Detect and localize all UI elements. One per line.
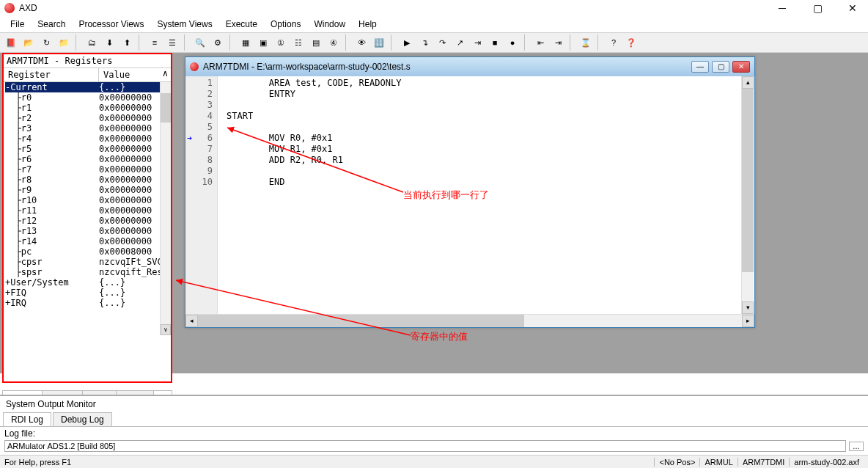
four-button[interactable]: ④ [326,34,342,51]
code-line[interactable]: MOV R0, #0x1 [227,133,754,144]
menu-execute[interactable]: Execute [220,18,263,31]
register-row[interactable]: ├cpsrnzcvqIFt_SVC [4,257,171,267]
menu-file[interactable]: File [4,18,30,31]
hourglass-button[interactable]: ⌛ [578,34,594,51]
book-button[interactable]: 📕 [3,34,19,51]
menu-search[interactable]: Search [32,18,71,31]
run-button[interactable]: ▶ [399,34,415,51]
code-window-titlebar[interactable]: ARM7TDMI - E:\arm-workspace\arm-study-00… [185,57,754,76]
registers-scrollbar[interactable]: ∨ [160,82,171,335]
register-row[interactable]: ├r100x00000000 [4,195,171,205]
vscroll-thumb[interactable] [742,89,754,272]
register-row[interactable]: +IRQ{...} [4,298,171,308]
scroll-right-icon[interactable]: ▸ [742,315,754,327]
context-help-button[interactable]: ❓ [623,34,639,51]
register-row[interactable]: +User/System{...} [4,277,171,288]
register-row[interactable]: ├r60x00000000 [4,154,171,164]
close-button[interactable]: ✕ [842,2,864,14]
stop-button[interactable]: ■ [487,34,503,51]
watch-button[interactable]: 👁 [353,34,369,51]
col-register[interactable]: Register [4,68,99,81]
logfile-browse-icon[interactable]: … [849,442,864,451]
refresh-button[interactable]: ↻ [38,34,54,51]
scroll-down-icon[interactable]: ∨ [161,324,171,335]
scroll-left-icon[interactable]: ◂ [185,315,198,327]
breakpoint-button[interactable]: ● [504,34,521,51]
maximize-button[interactable]: ▢ [806,2,828,14]
menu-window[interactable]: Window [308,18,351,31]
logfile-input[interactable] [4,440,846,452]
run-to-button[interactable]: ⇥ [469,34,485,51]
register-row[interactable]: ├r00x00000000 [4,92,171,103]
folder-open-button[interactable]: 📂 [21,34,37,51]
register-row[interactable]: ├r50x00000000 [4,144,171,154]
minimize-button[interactable]: ─ [771,2,793,14]
code-line[interactable] [227,122,754,133]
col-value[interactable]: Value [99,68,160,81]
menu-system-views[interactable]: System Views [152,18,218,31]
code-hscrollbar[interactable]: ◂ ▸ [185,314,754,327]
menu-options[interactable]: Options [265,18,306,31]
step-into-button[interactable]: ↴ [416,34,433,51]
list-button[interactable]: ☰ [164,34,180,51]
code-close-button[interactable]: ✕ [732,61,750,73]
arrow-left-button[interactable]: ⇤ [532,34,548,51]
help-button[interactable]: ? [606,34,622,51]
stack-button[interactable]: ☷ [290,34,306,51]
register-row[interactable]: -Current{...} [4,82,171,92]
arrow-right-button[interactable]: ⇥ [550,34,566,51]
line-number: 8 [187,155,213,166]
register-row[interactable]: ├r90x00000000 [4,185,171,195]
code-line[interactable]: AREA test, CODE, READONLY [227,78,754,89]
register-row[interactable]: ├pc0x00008000 [4,246,171,257]
register-row[interactable]: ├r30x00000000 [4,123,171,134]
code-line[interactable]: MOV R1, #0x1 [227,144,754,155]
step-over-button[interactable]: ↷ [434,34,450,51]
gear-button[interactable]: ⚙ [210,34,226,51]
register-row[interactable]: ├r40x00000000 [4,134,171,144]
code-maximize-button[interactable]: ▢ [712,61,729,73]
processor-button[interactable]: ▦ [238,34,254,51]
register-row[interactable]: ├r80x00000000 [4,175,171,185]
code-line[interactable]: END [227,177,754,188]
code-line[interactable] [227,100,754,111]
scroll-up-icon[interactable]: ∧ [160,68,171,81]
output-tab-rdi-log[interactable]: RDI Log [3,412,51,426]
search-button[interactable]: 🔍 [192,34,208,51]
code-line[interactable] [227,166,754,177]
disk-in-button[interactable]: ⬇ [101,34,117,51]
folder-button[interactable]: 📁 [56,34,72,51]
scroll-down-icon[interactable]: ▾ [742,301,754,314]
register-row[interactable]: ├r110x00000000 [4,205,171,216]
register-row[interactable]: ├r20x00000000 [4,113,171,123]
output-tab-debug-log[interactable]: Debug Log [53,412,112,426]
locals-button[interactable]: 🔢 [371,34,387,51]
memory-button[interactable]: ▤ [308,34,324,51]
register-row[interactable]: ├spsrnzcvqift_Res [4,267,171,277]
menu-processor-views[interactable]: Processor Views [73,18,150,31]
code-minimize-button[interactable]: — [691,61,709,73]
register-row[interactable]: ├r120x00000000 [4,216,171,226]
folder-two-button[interactable]: 🗂 [84,34,100,51]
register-row[interactable]: ├r70x00000000 [4,164,171,175]
code-line[interactable]: ADD R2, R0, R1 [227,155,754,166]
code-line[interactable]: START [227,111,754,122]
disk-out-button[interactable]: ⬆ [119,34,135,51]
register-row[interactable]: ├r130x00000000 [4,226,171,236]
binary-button[interactable]: ① [273,34,289,51]
code-text[interactable]: AREA test, CODE, READONLY ENTRYSTART MOV… [218,76,754,314]
code-vscrollbar[interactable]: ▴ ▾ [741,76,754,314]
scroll-up-icon[interactable]: ▴ [742,76,754,89]
register-row[interactable]: +FIQ{...} [4,288,171,298]
step-out-button[interactable]: ↗ [452,34,468,51]
toolbar: 📕📂↻📁🗂⬇⬆≡☰🔍⚙▦▣①☷▤④👁🔢▶↴↷↗⇥■●⇤⇥⌛?❓ [0,32,868,53]
window-button[interactable]: ▣ [255,34,271,51]
register-row[interactable]: ├r140x00000000 [4,236,171,246]
register-row[interactable]: ├r10x00000000 [4,103,171,113]
bars-button[interactable]: ≡ [147,34,163,51]
code-line[interactable]: ENTRY [227,89,754,100]
scrollbar-thumb[interactable] [161,93,171,123]
registers-header: Register Value ∧ [4,67,171,82]
hscroll-thumb[interactable] [198,315,524,327]
menu-help[interactable]: Help [353,18,383,31]
